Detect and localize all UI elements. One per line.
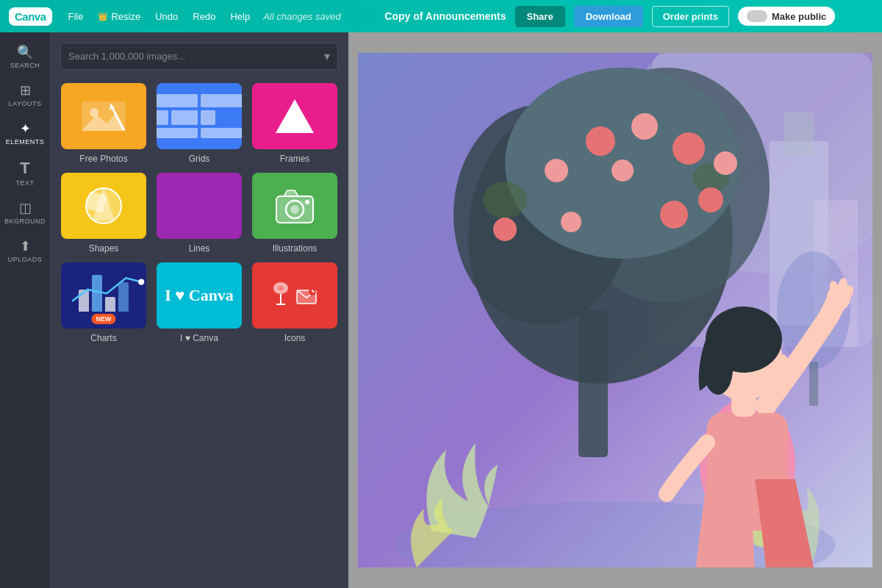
grids-cell [201, 128, 242, 138]
free-photos-label: Free Photos [79, 154, 127, 164]
top-navigation: Canva File 👑 Resize Undo Redo Help All c… [0, 0, 882, 32]
element-card-charts[interactable]: NEW Charts [60, 262, 147, 343]
nav-resize[interactable]: 👑 Resize [93, 8, 145, 25]
uploads-icon: ⬆ [20, 240, 31, 253]
element-card-illustrations[interactable]: Illustrations [251, 173, 338, 254]
svg-point-35 [698, 187, 723, 212]
lines-visual [189, 185, 209, 226]
sidebar: 🔍 Search ⊞ Layouts ✦ Elements T Text ◫ B… [0, 32, 50, 588]
grids-cell [157, 128, 198, 138]
nav-redo[interactable]: Redo [188, 8, 220, 25]
search-bar[interactable]: ▾ [60, 43, 338, 70]
elements-panel: ▾ Free Photos [50, 32, 348, 588]
grids-cell [157, 110, 168, 125]
icanva-label: I ♥ Canva [180, 333, 218, 343]
sidebar-item-search[interactable]: 🔍 Search [0, 38, 50, 76]
element-card-free-photos[interactable]: Free Photos [60, 83, 147, 164]
shapes-label: Shapes [89, 243, 119, 254]
svg-point-34 [545, 159, 568, 182]
illustrations-label: Illustrations [273, 243, 318, 254]
canva-logo[interactable]: Canva [9, 7, 52, 26]
dropdown-icon[interactable]: ▾ [324, 49, 330, 63]
sidebar-label-search: Search [10, 62, 40, 69]
svg-point-33 [586, 126, 615, 156]
frames-thumb [252, 83, 337, 149]
svg-point-11 [305, 200, 309, 204]
icanva-thumb: I ♥ Canva [157, 262, 242, 329]
sidebar-label-background: Bkground [4, 218, 46, 225]
make-public-button[interactable]: Make public [738, 7, 835, 26]
icons-thumb [252, 262, 337, 329]
share-button[interactable]: Share [515, 6, 565, 27]
toggle-icon [747, 10, 767, 22]
sidebar-item-uploads[interactable]: ⬆ Uploads [0, 232, 50, 270]
svg-rect-45 [809, 362, 818, 406]
icons-label: Icons [284, 333, 306, 343]
sidebar-label-layouts: Layouts [9, 100, 42, 107]
crown-icon: 👑 [98, 12, 108, 21]
sidebar-label-elements: Elements [6, 138, 45, 146]
search-input[interactable] [68, 43, 324, 69]
sidebar-label-text: Text [15, 179, 34, 187]
svg-point-38 [561, 212, 581, 232]
illustrations-thumb [252, 173, 337, 239]
element-card-grids[interactable]: Grids [156, 83, 243, 164]
text-icon: T [20, 160, 29, 176]
frames-visual [276, 99, 314, 133]
charts-thumb: NEW [61, 262, 146, 329]
grids-label: Grids [189, 154, 210, 164]
main-layout: 🔍 Search ⊞ Layouts ✦ Elements T Text ◫ B… [0, 32, 882, 588]
grids-cell [157, 94, 198, 107]
sidebar-item-elements[interactable]: ✦ Elements [0, 115, 50, 153]
canvas-area[interactable] [348, 32, 882, 588]
svg-point-31 [673, 132, 705, 165]
svg-point-12 [138, 279, 144, 284]
elements-icon: ✦ [20, 122, 31, 135]
nav-help[interactable]: Help [226, 8, 254, 25]
order-prints-button[interactable]: Order prints [652, 6, 729, 27]
element-card-frames[interactable]: Frames [251, 83, 338, 164]
new-badge: NEW [92, 314, 116, 324]
charts-label: Charts [90, 333, 116, 343]
lines-thumb [157, 173, 242, 239]
svg-point-39 [493, 218, 517, 241]
free-photos-thumb [61, 83, 146, 149]
icanva-text: I ♥ Canva [165, 286, 234, 305]
grids-cell [201, 94, 242, 107]
grids-visual [157, 85, 242, 147]
svg-point-16 [278, 286, 284, 290]
saved-status: All changes saved [263, 11, 341, 22]
elements-grid: Free Photos [60, 83, 338, 343]
layouts-icon: ⊞ [20, 84, 31, 97]
element-card-icons[interactable]: Icons [251, 262, 338, 343]
svg-point-10 [290, 205, 299, 214]
nav-center: Copy of Announcements Share Download Ord… [347, 6, 873, 27]
sidebar-label-uploads: Uploads [8, 256, 43, 263]
element-card-icanva[interactable]: I ♥ Canva I ♥ Canva [156, 262, 243, 343]
background-icon: ◫ [19, 201, 32, 215]
sidebar-item-text[interactable]: T Text [0, 153, 50, 194]
sidebar-item-layouts[interactable]: ⊞ Layouts [0, 76, 50, 115]
illustrations-visual [269, 180, 320, 232]
icons-visual [272, 282, 318, 309]
grids-thumb [157, 83, 242, 149]
svg-point-32 [631, 113, 658, 140]
icons-row-1 [272, 282, 318, 309]
lines-label: Lines [189, 243, 210, 254]
element-card-lines[interactable]: Lines [156, 173, 243, 254]
triangle-shape [276, 99, 314, 133]
svg-rect-42 [784, 112, 814, 156]
svg-point-40 [714, 151, 737, 175]
element-card-shapes[interactable]: Shapes [60, 173, 147, 254]
svg-point-53 [776, 354, 788, 369]
nav-undo[interactable]: Undo [151, 8, 182, 25]
document-title: Copy of Announcements [384, 10, 506, 22]
sidebar-item-background[interactable]: ◫ Bkground [0, 194, 50, 232]
grids-cell [201, 110, 215, 125]
grids-cell [171, 110, 198, 125]
download-button[interactable]: Download [574, 6, 643, 27]
shapes-thumb [61, 173, 146, 239]
canvas-content [358, 53, 872, 567]
svg-point-37 [660, 201, 688, 229]
nav-file[interactable]: File [64, 8, 88, 25]
